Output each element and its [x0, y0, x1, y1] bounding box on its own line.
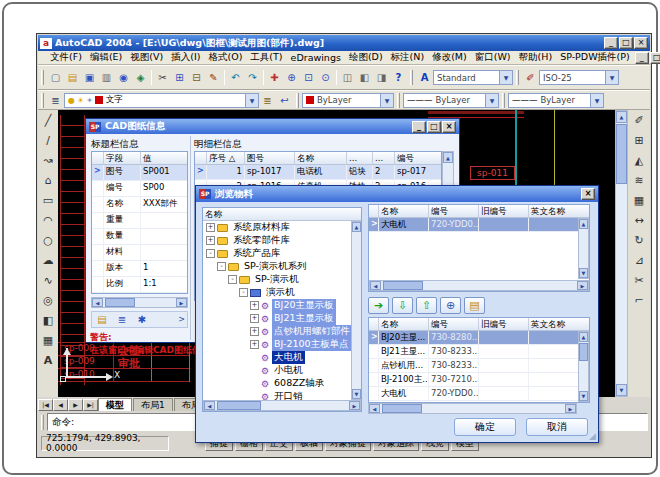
plot-preview-icon[interactable]: ◉	[115, 69, 132, 86]
dialog-close-button[interactable]: ×	[581, 188, 595, 200]
scroll-left-icon[interactable]: ◀	[204, 401, 215, 410]
detail-col-5[interactable]: ...	[373, 152, 395, 164]
scroll-left-icon[interactable]: ◀	[369, 404, 380, 413]
mdi-restore-button[interactable]: □	[650, 52, 660, 64]
tab-prev-button[interactable]: ◀	[53, 399, 68, 411]
polyline-icon[interactable]: ↝	[39, 150, 57, 170]
fields-col-value[interactable]: 值	[141, 152, 187, 164]
scroll-thumb[interactable]	[105, 298, 135, 307]
chamfer-icon[interactable]: ⌐	[630, 290, 648, 310]
layer-manager-icon[interactable]: ≣	[47, 92, 64, 109]
scroll-down-icon[interactable]: ▼	[579, 391, 588, 401]
tree-item[interactable]: -演示机	[203, 286, 351, 299]
material-row[interactable]: > 大电机 720-YDD0...	[369, 218, 589, 232]
zoom-previous-icon[interactable]: ⊙	[317, 69, 334, 86]
line-icon[interactable]: ╱	[39, 110, 57, 130]
field-row[interactable]: 重量	[92, 213, 187, 229]
menu-dimension[interactable]: 标注(N)	[387, 51, 429, 64]
field-row[interactable]: 比例 1:1	[92, 277, 187, 293]
scroll-down-icon[interactable]: ▼	[579, 268, 588, 278]
chevron-down-icon[interactable]: ▼	[380, 94, 393, 107]
text-style-icon[interactable]: A	[416, 69, 433, 86]
layer-previous-icon[interactable]: ↩	[276, 92, 293, 109]
tree-item[interactable]: +⚙点钞机用螺钉部件	[203, 325, 351, 338]
list-hscrollbar[interactable]: ◀ ▶	[368, 403, 577, 414]
tree-item[interactable]: +⚙BJ20主显示板	[203, 299, 351, 312]
tree-header[interactable]: 名称	[203, 208, 361, 220]
multiline-text-icon[interactable]: A	[39, 350, 57, 370]
fields-col-field[interactable]: 字段	[104, 152, 141, 164]
scroll-thumb[interactable]	[616, 124, 627, 184]
layer-combo[interactable]: ● ☀ ✦ 文字 ▼	[64, 93, 259, 108]
cancel-button[interactable]: 取消	[526, 418, 588, 436]
dialog-close-button[interactable]: ×	[442, 121, 456, 133]
dialog-minimize-button[interactable]: _	[412, 121, 426, 133]
detail-col-drawingno[interactable]: 图号	[245, 152, 295, 164]
scroll-thumb[interactable]	[217, 401, 261, 410]
array-icon[interactable]: ▦	[630, 190, 648, 210]
plot-icon[interactable]: ▥	[98, 69, 115, 86]
save-icon[interactable]: ▣	[81, 69, 98, 86]
scroll-left-icon[interactable]: ◀	[92, 298, 103, 307]
pan-icon[interactable]: ✚	[266, 69, 283, 86]
scroll-right-icon[interactable]: ▶	[577, 281, 588, 290]
col-code[interactable]: 编号	[429, 318, 479, 330]
linetype-combo[interactable]: ——— ByLayer ▼	[403, 93, 499, 108]
design-center-icon[interactable]: ◧	[356, 69, 373, 86]
dialog-maximize-button[interactable]: □	[427, 121, 441, 133]
mirror-icon[interactable]: ◭	[630, 150, 648, 170]
menu-format[interactable]: 格式(O)	[204, 51, 246, 64]
scroll-up-icon[interactable]: ▲	[616, 111, 627, 123]
mdi-minimize-button[interactable]: _	[635, 52, 649, 64]
field-row[interactable]: > 图号 SP001	[92, 165, 187, 181]
tree-item[interactable]: ⚙608ZZ轴承	[203, 377, 351, 390]
chevron-down-icon[interactable]: ▼	[245, 94, 258, 107]
menu-sp-pdw-plugin[interactable]: SP-PDW插件(P)	[556, 51, 634, 64]
col-name[interactable]: 名称	[379, 205, 429, 217]
dim-style-combo[interactable]: ISO-25 ▼	[539, 70, 619, 85]
tab-last-button[interactable]: ▶|	[83, 399, 98, 411]
menu-draw[interactable]: 绘图(D)	[345, 51, 387, 64]
scroll-thumb[interactable]	[579, 343, 588, 361]
tab-next-button[interactable]: ▶	[68, 399, 83, 411]
tree-item[interactable]: +系统原材料库	[203, 221, 351, 234]
make-layer-current-icon[interactable]: ≣	[259, 92, 276, 109]
circle-icon[interactable]: ○	[39, 230, 57, 250]
tree-item[interactable]: ⚙开口销	[203, 390, 351, 400]
scroll-right-icon[interactable]: ▶	[565, 404, 576, 413]
menu-modify[interactable]: 修改(M)	[428, 51, 471, 64]
minimize-button[interactable]: _	[604, 37, 618, 49]
canvas-vscrollbar[interactable]: ▲ ▼	[615, 110, 628, 397]
zoom-window-icon[interactable]: ⊡	[300, 69, 317, 86]
col-english-name[interactable]: 英文名称	[529, 205, 578, 217]
maximize-button[interactable]: □	[619, 37, 633, 49]
polygon-icon[interactable]: ⌂	[39, 170, 57, 190]
publish-icon[interactable]: ◈	[132, 69, 149, 86]
chevron-down-icon[interactable]: ▼	[499, 71, 512, 84]
detail-col-code[interactable]: 编号	[395, 152, 439, 164]
search-icon[interactable]: ⊕	[440, 297, 461, 314]
lineweight-combo[interactable]: ——— ByLayer ▼	[508, 93, 604, 108]
scroll-up-icon[interactable]: ▲	[443, 152, 453, 163]
tree-item[interactable]: +⚙BJ-2100主板单点	[203, 338, 351, 351]
col-old-code[interactable]: 旧编号	[479, 205, 529, 217]
col-code[interactable]: 编号	[429, 205, 479, 217]
layer-freeze-icon[interactable]: ☀	[77, 96, 84, 105]
menu-edit[interactable]: 编辑(E)	[86, 51, 126, 64]
scroll-left-icon[interactable]: ◀	[370, 281, 381, 290]
match-properties-icon[interactable]: ✎	[205, 69, 222, 86]
toolbar-grip[interactable]	[397, 93, 400, 108]
scroll-up-icon[interactable]: ▲	[352, 222, 361, 232]
field-row[interactable]: 版本 1	[92, 261, 187, 277]
fields-hscrollbar[interactable]: ◀ ▶	[91, 297, 188, 308]
chevron-down-icon[interactable]: ▼	[590, 94, 603, 107]
scroll-up-icon[interactable]: ▲	[579, 332, 588, 342]
scroll-thumb[interactable]	[383, 281, 423, 290]
detail-row[interactable]: > 1 sp-1017 电话机 铝块 2 sp-017	[195, 165, 441, 180]
erase-icon[interactable]: ✐	[630, 110, 648, 130]
tree-item[interactable]: +系统零部件库	[203, 234, 351, 247]
tree-item[interactable]: ⚙大电机	[203, 351, 351, 364]
copy-icon[interactable]: ⊞	[171, 69, 188, 86]
toolbar-grip[interactable]	[296, 93, 299, 108]
tree-item[interactable]: ⚙小电机	[203, 364, 351, 377]
